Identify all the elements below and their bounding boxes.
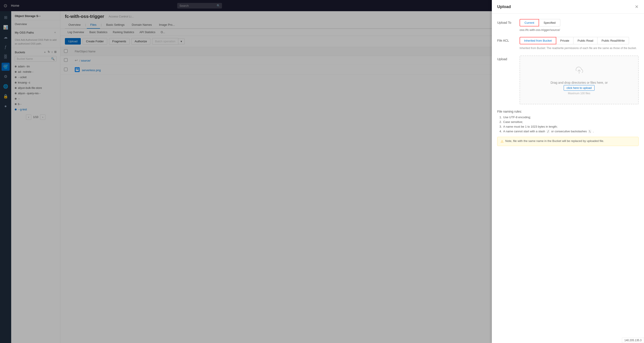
upload-to-control: Current Specified oss://fc-with-oss-trig…	[520, 19, 639, 32]
acl-options-group: Inherited from Bucket Private Public Rea…	[520, 37, 639, 44]
modal-title: Upload	[497, 5, 511, 9]
modal-close-button[interactable]: ✕	[635, 4, 639, 10]
naming-rule-2: Case sensitive;	[500, 120, 639, 124]
upload-destination-group: Current Specified	[520, 19, 639, 27]
file-acl-label: File ACL	[497, 37, 520, 42]
upload-zone-row: Upload Drag and drop directories or file…	[497, 56, 639, 104]
upload-zone-label: Upload	[497, 56, 520, 61]
naming-rules-list: Use UTF-8 encoding; Case sensitive; A na…	[497, 116, 639, 133]
current-option-button[interactable]: Current	[520, 19, 539, 27]
upload-to-label: Upload To	[497, 19, 520, 25]
naming-rules-section: File naming rules: Use UTF-8 encoding; C…	[497, 110, 639, 133]
naming-rule-3: A name must be 1 to 1023 bytes in length…	[500, 125, 639, 128]
warning-box: ⚠ Note, file with the same name in the B…	[497, 137, 639, 146]
warning-icon: ⚠	[500, 140, 504, 144]
upload-max-text: Maximum 100 files	[526, 92, 633, 95]
acl-public-read-button[interactable]: Public Read	[574, 37, 598, 44]
modal-body: Upload To Current Specified oss://fc-wit…	[492, 14, 644, 151]
naming-rule-1: Use UTF-8 encoding;	[500, 116, 639, 119]
naming-rules-title: File naming rules:	[497, 110, 639, 113]
specified-option-button[interactable]: Specified	[539, 19, 560, 27]
upload-link-button[interactable]: click here to upload	[564, 85, 594, 91]
upload-zone-control: Drag and drop directories or files here,…	[520, 56, 639, 104]
upload-cloud-icon	[526, 65, 633, 78]
acl-inherited-button[interactable]: Inherited from Bucket	[520, 37, 556, 44]
acl-private-button[interactable]: Private	[556, 37, 574, 44]
current-path-text: oss://fc-with-oss-trigger/source/	[520, 28, 639, 32]
file-acl-control: Inherited from Bucket Private Public Rea…	[520, 37, 639, 50]
modal-header: Upload ✕	[492, 0, 644, 14]
upload-zone-text: Drag and drop directories or files here,…	[526, 81, 633, 84]
naming-rule-4: A name cannot start with a slash / or co…	[500, 130, 639, 133]
warning-text: Note, file with the same name in the Buc…	[505, 139, 604, 143]
file-acl-row: File ACL Inherited from Bucket Private P…	[497, 37, 639, 50]
upload-dropzone[interactable]: Drag and drop directories or files here,…	[520, 56, 639, 104]
acl-hint-text: Inherited from Bucket: The read/write pe…	[520, 46, 639, 50]
acl-public-readwrite-button[interactable]: Public Read/Write	[598, 37, 629, 44]
ip-badge: 140.205.135.3	[622, 338, 644, 343]
upload-modal: Upload ✕ Upload To Current Specified oss…	[492, 0, 644, 343]
upload-to-row: Upload To Current Specified oss://fc-wit…	[497, 19, 639, 32]
